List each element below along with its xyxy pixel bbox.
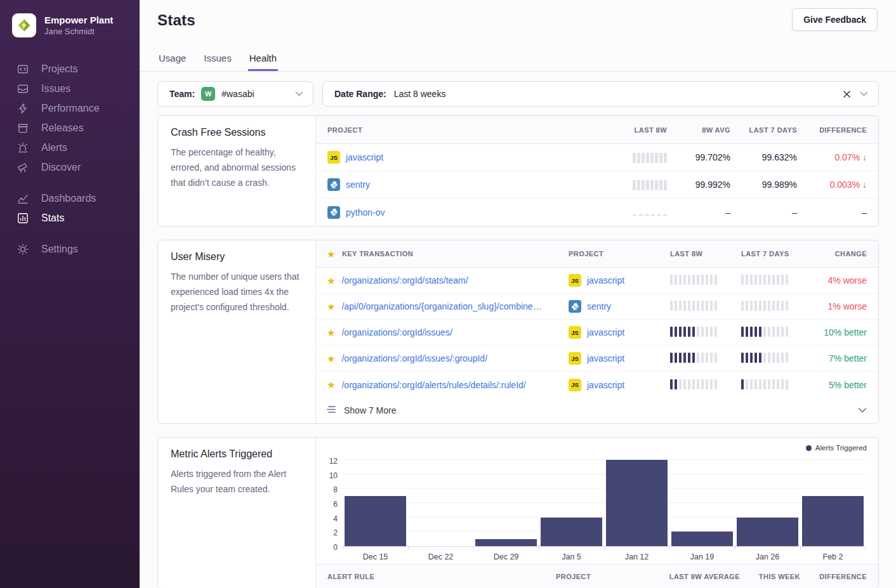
y-axis-tick-label: 2 bbox=[333, 528, 338, 537]
metric-alerts-panel: Metric Alerts Triggered Alerts triggered… bbox=[157, 437, 879, 588]
table-row: ★/organizations/:orgId/issues/:groupId/J… bbox=[316, 346, 878, 372]
last-7-days-value: – bbox=[730, 207, 797, 218]
table-row: python-ov––– bbox=[316, 199, 878, 226]
project-link[interactable]: javascript bbox=[587, 353, 624, 363]
change-value: 4% worse bbox=[812, 275, 867, 285]
sidebar-item-settings[interactable]: Settings bbox=[17, 239, 140, 259]
tab-usage[interactable]: Usage bbox=[157, 53, 187, 71]
chart-bar[interactable] bbox=[606, 460, 668, 546]
transaction-link[interactable]: /organizations/:orgId/issues/ bbox=[341, 327, 452, 337]
x-axis-tick-label: Jan 19 bbox=[690, 552, 715, 561]
performance-icon bbox=[17, 103, 29, 114]
chevron-down-icon bbox=[858, 408, 867, 413]
crash-free-table-header: Project Last 8W 8W Avg Last 7 Days Diffe… bbox=[316, 116, 878, 144]
sparkline bbox=[741, 379, 788, 389]
clear-date-range-icon[interactable] bbox=[843, 90, 851, 98]
column-header-last-7-days: Last 7 Days bbox=[741, 250, 812, 258]
sparkline-empty bbox=[633, 209, 667, 216]
tab-bar: UsageIssuesHealth bbox=[157, 53, 293, 71]
date-range-label: Date Range: bbox=[334, 89, 386, 99]
tab-issues[interactable]: Issues bbox=[202, 53, 232, 71]
star-icon[interactable]: ★ bbox=[327, 328, 335, 337]
legend-dot-icon bbox=[806, 445, 812, 451]
chart-plot-area bbox=[343, 461, 866, 547]
table-row: ★/organizations/:orgId/alerts/rules/deta… bbox=[316, 372, 878, 398]
legend-label: Alerts Triggered bbox=[815, 444, 867, 452]
chart-legend: Alerts Triggered bbox=[806, 444, 867, 452]
chart-bar[interactable] bbox=[475, 539, 537, 546]
project-link[interactable]: javascript bbox=[587, 275, 624, 285]
user-misery-panel: User Misery The number of unique users t… bbox=[157, 240, 879, 424]
sidebar-item-issues[interactable]: Issues bbox=[17, 79, 140, 98]
sidebar-item-releases[interactable]: Releases bbox=[17, 118, 140, 138]
stats-icon bbox=[17, 212, 29, 224]
crash-free-table: Project Last 8W 8W Avg Last 7 Days Diffe… bbox=[316, 116, 878, 226]
chevron-down-icon bbox=[860, 91, 868, 96]
project-link[interactable]: python-ov bbox=[346, 207, 385, 218]
x-axis-tick-label: Dec 15 bbox=[363, 552, 388, 561]
avg-8w-value: 99.702% bbox=[667, 152, 730, 162]
change-value: 10% better bbox=[812, 327, 867, 337]
sparkline bbox=[670, 379, 717, 389]
column-header-project: Project bbox=[316, 126, 591, 134]
sidebar: Empower Plant Jane Schmidt ProjectsIssue… bbox=[0, 0, 140, 588]
chevron-down-icon bbox=[295, 91, 303, 96]
chart-bar[interactable] bbox=[671, 532, 733, 546]
user-misery-table-header: ★ Key Transaction Project Last 8W Last 7… bbox=[316, 240, 878, 268]
star-icon[interactable]: ★ bbox=[327, 302, 335, 311]
sidebar-item-discover[interactable]: Discover bbox=[17, 157, 140, 177]
chart-bar[interactable] bbox=[802, 496, 864, 546]
project-link[interactable]: sentry bbox=[346, 180, 370, 190]
org-identity: Empower Plant Jane Schmidt bbox=[44, 15, 113, 36]
chart-bar[interactable] bbox=[345, 496, 406, 546]
project-link[interactable]: javascript bbox=[346, 152, 383, 162]
transaction-link[interactable]: /api/0/organizations/{organization_slug}… bbox=[341, 301, 541, 311]
sparkline bbox=[741, 300, 788, 311]
change-value: 5% better bbox=[812, 380, 867, 390]
sparkline bbox=[670, 300, 717, 311]
date-range-selector[interactable]: Date Range: Last 8 weeks bbox=[322, 81, 879, 107]
chart-bar[interactable] bbox=[737, 518, 798, 546]
python-platform-icon bbox=[569, 300, 581, 313]
x-axis-tick-label: Jan 5 bbox=[562, 552, 581, 561]
org-switcher[interactable]: Empower Plant Jane Schmidt bbox=[0, 0, 140, 37]
x-axis-tick-label: Jan 12 bbox=[625, 552, 649, 561]
org-logo-icon bbox=[12, 13, 36, 37]
transaction-link[interactable]: /organizations/:orgId/alerts/rules/detai… bbox=[341, 380, 525, 390]
star-icon[interactable]: ★ bbox=[327, 276, 335, 285]
show-more-button[interactable]: Show 7 More bbox=[316, 398, 878, 423]
sparkline bbox=[670, 274, 717, 285]
transaction-link[interactable]: /organizations/:orgId/issues/:groupId/ bbox=[341, 353, 487, 363]
sidebar-item-alerts[interactable]: Alerts bbox=[17, 138, 140, 157]
project-link[interactable]: sentry bbox=[587, 301, 611, 311]
tab-health[interactable]: Health bbox=[248, 53, 278, 71]
metric-alerts-chart-area: Alerts Triggered 024681012 Dec 15Dec 22D… bbox=[316, 438, 878, 588]
team-selector[interactable]: Team: W #wasabi bbox=[157, 81, 313, 107]
settings-icon bbox=[17, 244, 29, 255]
give-feedback-button[interactable]: Give Feedback bbox=[792, 8, 878, 31]
sidebar-item-projects[interactable]: Projects bbox=[17, 59, 140, 79]
panel-title: Metric Alerts Triggered bbox=[171, 448, 303, 460]
panel-description: The number of unique users that experien… bbox=[171, 269, 303, 315]
page-header: Stats Give Feedback UsageIssuesHealth bbox=[140, 0, 896, 72]
sparkline bbox=[741, 352, 788, 363]
difference-value: 0.003% ↓ bbox=[797, 180, 867, 190]
star-icon[interactable]: ★ bbox=[327, 380, 335, 389]
transaction-link[interactable]: /organizations/:orgId/stats/team/ bbox=[341, 275, 468, 285]
chart-bar[interactable] bbox=[541, 518, 602, 546]
y-axis-tick-label: 6 bbox=[333, 500, 338, 509]
project-link[interactable]: javascript bbox=[587, 327, 624, 337]
sidebar-item-stats[interactable]: Stats bbox=[17, 208, 140, 228]
alerts-triggered-bar-chart: Alerts Triggered 024681012 Dec 15Dec 22D… bbox=[316, 438, 878, 559]
sidebar-item-performance[interactable]: Performance bbox=[17, 98, 140, 118]
star-icon[interactable]: ★ bbox=[327, 354, 335, 363]
column-header-key-transaction: Key Transaction bbox=[342, 250, 413, 258]
column-header-difference: Difference bbox=[797, 126, 867, 134]
table-row: JSjavascript99.702%99.632%0.07% ↓ bbox=[316, 144, 878, 171]
project-link[interactable]: javascript bbox=[587, 380, 624, 390]
sidebar-item-dashboards[interactable]: Dashboards bbox=[17, 188, 140, 208]
column-header-project: Project bbox=[569, 250, 670, 258]
list-icon bbox=[327, 405, 337, 415]
crash-free-sessions-panel: Crash Free Sessions The percentage of he… bbox=[157, 115, 879, 226]
user-name: Jane Schmidt bbox=[44, 27, 113, 36]
